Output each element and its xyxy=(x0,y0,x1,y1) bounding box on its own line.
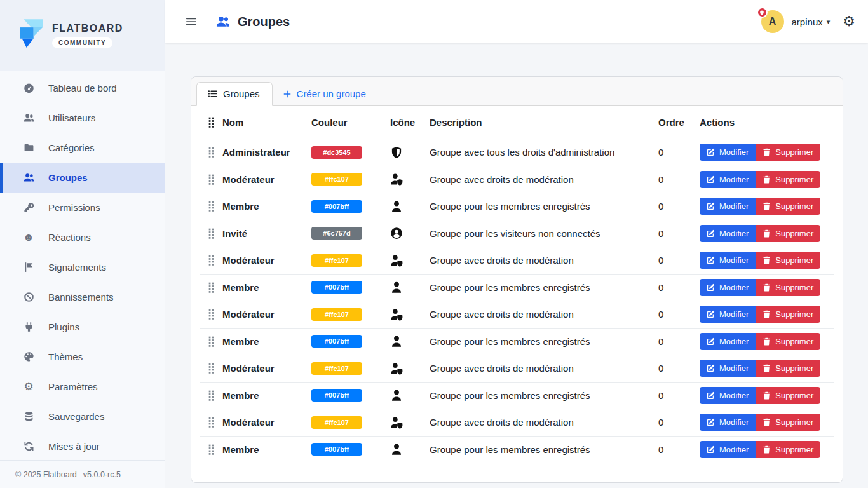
edit-button[interactable]: Modifier xyxy=(700,414,756,431)
group-order: 0 xyxy=(658,309,700,320)
user-icon xyxy=(390,281,430,294)
sidebar-item-sauvegardes[interactable]: Sauvegardes xyxy=(0,402,165,431)
delete-button[interactable]: Supprimer xyxy=(756,414,820,431)
group-description: Groupe avec droits de modération xyxy=(430,309,658,320)
sidebar-item-groupes[interactable]: Groupes xyxy=(0,163,165,193)
sidebar-item-themes[interactable]: Thèmes xyxy=(0,342,165,372)
tab-label: Groupes xyxy=(223,88,260,99)
shield-badge-icon xyxy=(757,7,768,18)
color-badge: #007bff xyxy=(311,281,362,294)
drag-handle-icon[interactable] xyxy=(200,417,222,428)
edit-button[interactable]: Modifier xyxy=(700,144,756,161)
edit-button[interactable]: Modifier xyxy=(700,360,756,377)
sidebar-item-label: Mises à jour xyxy=(48,441,100,452)
user-shield-icon xyxy=(390,308,430,321)
pen-icon xyxy=(707,445,715,454)
key-icon xyxy=(23,202,34,214)
page-title-wrap: Groupes xyxy=(216,15,290,29)
drag-handle-icon[interactable] xyxy=(200,390,222,401)
delete-button[interactable]: Supprimer xyxy=(756,360,820,377)
gear-icon: ⚙ xyxy=(23,381,34,393)
sidebar-nav: Tableau de bord Utilisateurs Catégories … xyxy=(0,71,165,461)
table-row: Membre #007bff Groupe pour les membres e… xyxy=(200,383,834,410)
brand[interactable]: FLATBOARD COMMUNITY xyxy=(0,0,165,71)
delete-button[interactable]: Supprimer xyxy=(756,387,820,404)
user-avatar[interactable]: A xyxy=(761,10,784,33)
drag-handle-icon[interactable] xyxy=(200,336,222,347)
delete-button[interactable]: Supprimer xyxy=(756,279,820,296)
sidebar-item-utilisateurs[interactable]: Utilisateurs xyxy=(0,103,165,133)
group-order: 0 xyxy=(658,147,700,158)
delete-button[interactable]: Supprimer xyxy=(756,171,820,188)
edit-button[interactable]: Modifier xyxy=(700,387,756,404)
group-name: Invité xyxy=(222,228,311,239)
user-shield-icon xyxy=(390,362,430,375)
edit-button[interactable]: Modifier xyxy=(700,306,756,323)
edit-button[interactable]: Modifier xyxy=(700,333,756,350)
tab-groupes[interactable]: Groupes xyxy=(196,82,273,106)
sidebar-item-parametres[interactable]: ⚙ Paramètres xyxy=(0,372,165,402)
group-order: 0 xyxy=(658,282,700,293)
edit-button[interactable]: Modifier xyxy=(700,252,756,269)
sidebar-item-bannissements[interactable]: Bannissements xyxy=(0,282,165,312)
create-group-link[interactable]: Créer un groupe xyxy=(273,83,376,105)
group-name: Modérateur xyxy=(222,417,311,428)
drag-handle-icon[interactable] xyxy=(200,309,222,320)
delete-button[interactable]: Supprimer xyxy=(756,198,820,215)
sidebar-item-mises-a-jour[interactable]: Mises à jour xyxy=(0,431,165,461)
drag-handle-icon[interactable] xyxy=(200,147,222,158)
delete-button[interactable]: Supprimer xyxy=(756,441,820,458)
group-order: 0 xyxy=(658,444,700,455)
edit-button[interactable]: Modifier xyxy=(700,225,756,242)
sidebar-item-categories[interactable]: Catégories xyxy=(0,133,165,163)
sidebar-item-reactions[interactable]: ☻ Réactions xyxy=(0,222,165,252)
edit-button[interactable]: Modifier xyxy=(700,441,756,458)
delete-button[interactable]: Supprimer xyxy=(756,252,820,269)
group-name: Modérateur xyxy=(222,174,311,185)
user-menu[interactable]: arpinux ▾ xyxy=(792,17,831,27)
pen-icon xyxy=(707,175,715,184)
group-name: Modérateur xyxy=(222,309,311,320)
pen-icon xyxy=(707,202,715,210)
folder-icon xyxy=(23,142,34,154)
color-badge: #dc3545 xyxy=(311,146,362,159)
sidebar-footer: © 2025 Flatboard v5.0.0-rc.5 xyxy=(0,460,165,488)
drag-handle-icon[interactable] xyxy=(200,174,222,185)
pen-icon xyxy=(707,283,715,292)
delete-button[interactable]: Supprimer xyxy=(756,333,820,350)
sidebar-item-plugins[interactable]: Plugins xyxy=(0,312,165,342)
sidebar-item-signalements[interactable]: Signalements xyxy=(0,252,165,282)
drag-handle-icon[interactable] xyxy=(200,444,222,455)
drag-handle-icon[interactable] xyxy=(200,228,222,239)
sidebar-item-label: Paramètres xyxy=(48,381,98,392)
group-order: 0 xyxy=(658,390,700,401)
pen-icon xyxy=(707,391,715,400)
sidebar-item-tableau-de-bord[interactable]: Tableau de bord xyxy=(0,73,165,103)
group-description: Groupe pour les membres enregistrés xyxy=(430,282,658,293)
sidebar-item-permissions[interactable]: Permissions xyxy=(0,193,165,222)
topbar: Groupes A arpinux ▾ ⚙ xyxy=(165,0,868,43)
sidebar-item-label: Bannissements xyxy=(48,292,114,302)
edit-button[interactable]: Modifier xyxy=(700,198,756,215)
delete-button[interactable]: Supprimer xyxy=(756,144,820,161)
list-icon xyxy=(208,89,217,98)
gear-icon[interactable]: ⚙ xyxy=(843,15,855,29)
drag-handle-icon[interactable] xyxy=(200,363,222,374)
sidebar-item-label: Réactions xyxy=(48,232,91,243)
sidebar-item-label: Plugins xyxy=(48,322,79,332)
table-row: Modérateur #ffc107 Groupe avec droits de… xyxy=(200,409,834,437)
sidebar-item-label: Thèmes xyxy=(48,351,83,362)
edit-button[interactable]: Modifier xyxy=(700,171,756,188)
hamburger-menu-icon[interactable] xyxy=(186,17,197,27)
delete-button[interactable]: Supprimer xyxy=(756,225,820,242)
drag-handle-icon[interactable] xyxy=(200,255,222,266)
delete-button[interactable]: Supprimer xyxy=(756,306,820,323)
trash-icon xyxy=(763,310,771,318)
drag-handle-icon[interactable] xyxy=(200,282,222,293)
group-name: Modérateur xyxy=(222,255,311,266)
drag-handle-icon[interactable] xyxy=(200,201,222,212)
group-name: Membre xyxy=(222,201,311,212)
group-description: Groupe avec droits de modération xyxy=(430,255,658,266)
color-badge: #007bff xyxy=(311,389,362,402)
edit-button[interactable]: Modifier xyxy=(700,279,756,296)
